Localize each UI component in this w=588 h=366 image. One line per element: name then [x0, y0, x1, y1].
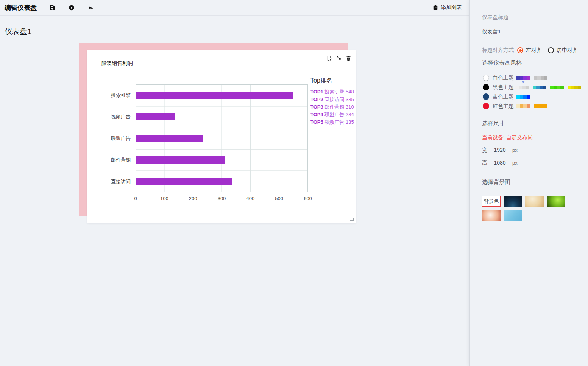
- theme-swatches: [516, 76, 547, 80]
- swatch-segment: [526, 86, 529, 89]
- x-tick-label: 0: [134, 196, 137, 201]
- theme-swatch[interactable]: [534, 104, 547, 108]
- legend-rank: TOP4: [310, 112, 323, 117]
- style-section-title: 选择仪表盘风格: [482, 59, 581, 67]
- swatch-segment: [534, 76, 537, 80]
- align-option[interactable]: 左对齐: [517, 47, 542, 54]
- x-tick-label: 200: [189, 196, 197, 201]
- theme-circle[interactable]: [483, 84, 489, 90]
- width-label: 宽: [482, 147, 488, 154]
- bar[interactable]: [136, 135, 203, 142]
- radio-icon[interactable]: [548, 47, 554, 53]
- bg-thumb-night-sky[interactable]: [504, 196, 522, 207]
- swatch-segment: [520, 76, 523, 80]
- swatch-segment: [520, 95, 523, 99]
- bg-thumb-orange-polygon[interactable]: [482, 210, 501, 221]
- theme-name: 黑色主题: [493, 84, 515, 91]
- chart-card[interactable]: 服装销售利润 搜索引擎视频广告联盟广告邮件营销直接访问 010020030040…: [87, 50, 356, 223]
- resize-chart-button[interactable]: [336, 55, 342, 61]
- width-unit: px: [512, 147, 518, 153]
- align-option-label: 居中对齐: [557, 47, 578, 54]
- app: 编辑仪表盘 添加图表 仪表盘1 服装销售利润: [0, 0, 588, 366]
- undo-button[interactable]: [88, 5, 94, 11]
- chart-card-actions: [326, 55, 351, 61]
- swatch-segment: [543, 86, 546, 89]
- swatch-segment: [571, 86, 574, 89]
- height-label: 高: [482, 160, 488, 167]
- theme-name: 白色主题: [493, 75, 516, 81]
- swatch-segment: [537, 104, 541, 108]
- add-chart-button[interactable]: 添加图表: [433, 4, 462, 11]
- align-option[interactable]: 居中对齐: [548, 47, 578, 54]
- swatch-segment: [534, 104, 537, 108]
- legend-item[interactable]: TOP1 搜索引擎 548: [310, 88, 355, 96]
- swatch-segment: [557, 86, 560, 89]
- legend-item[interactable]: TOP2 直接访问 335: [310, 96, 355, 103]
- bar-row: [136, 128, 307, 149]
- theme-swatch[interactable]: [534, 76, 547, 80]
- bg-thumb-blue-gradient[interactable]: [504, 210, 522, 221]
- legend-rank: TOP3: [310, 104, 323, 110]
- toolbar: 编辑仪表盘 添加图表: [0, 0, 469, 16]
- legend-rank: TOP1: [310, 89, 323, 95]
- swatch-segment: [523, 104, 527, 108]
- swatch-segment: [550, 86, 554, 89]
- preview-button[interactable]: [69, 5, 75, 11]
- bg-thumb-green-foliage[interactable]: [547, 196, 565, 207]
- swatch-segment: [519, 86, 522, 89]
- theme-swatch[interactable]: [515, 86, 529, 89]
- theme-list: 白色主题黑色主题蓝色主题红色主题: [482, 75, 581, 109]
- swatch-segment: [527, 104, 530, 108]
- theme-circle[interactable]: [483, 103, 489, 109]
- theme-swatch[interactable]: [568, 86, 581, 89]
- swatch-segment: [523, 76, 527, 80]
- theme-swatch[interactable]: [516, 95, 530, 99]
- y-axis-label: 直接访问: [95, 171, 131, 192]
- theme-row[interactable]: 黑色主题: [482, 84, 581, 90]
- bar[interactable]: [136, 178, 232, 185]
- theme-circle[interactable]: [483, 93, 489, 100]
- legend-item[interactable]: TOP4 联盟广告 234: [310, 111, 355, 118]
- theme-row[interactable]: 白色主题: [482, 75, 581, 81]
- resize-icon: [336, 55, 342, 61]
- theme-swatch[interactable]: [550, 86, 564, 89]
- swatch-segment: [536, 86, 540, 89]
- legend-name: 搜索引擎 548: [323, 89, 354, 95]
- align-option-label: 左对齐: [526, 47, 542, 54]
- swatch-segment: [515, 86, 519, 89]
- bar[interactable]: [136, 156, 225, 164]
- height-input[interactable]: [490, 159, 510, 167]
- bg-color-button-label: 背景色: [484, 198, 499, 205]
- theme-name: 蓝色主题: [493, 93, 516, 100]
- edit-chart-button[interactable]: [326, 55, 332, 61]
- theme-swatches: [516, 104, 547, 108]
- bar[interactable]: [136, 113, 175, 120]
- main-canvas-area: 仪表盘1 服装销售利润 搜索引擎视频广告联盟广告邮件营销直接访问 0100200…: [0, 16, 469, 366]
- theme-circle[interactable]: [483, 75, 489, 81]
- swatch-segment: [544, 76, 547, 80]
- legend-item[interactable]: TOP3 邮件营销 310: [310, 103, 355, 111]
- add-chart-label: 添加图表: [441, 4, 462, 11]
- delete-chart-button[interactable]: [345, 55, 351, 61]
- theme-swatch[interactable]: [533, 86, 546, 89]
- dashboard-title-input[interactable]: [482, 27, 568, 37]
- dashboard-title-label: 仪表盘标题: [482, 14, 581, 21]
- theme-swatch[interactable]: [516, 76, 530, 80]
- bg-thumb-warm-texture[interactable]: [525, 196, 544, 207]
- legend-item[interactable]: TOP5 视频广告 135: [310, 118, 355, 126]
- card-resize-handle[interactable]: [350, 218, 354, 221]
- theme-swatch[interactable]: [516, 104, 530, 108]
- theme-row[interactable]: 蓝色主题: [482, 93, 581, 100]
- width-input[interactable]: [490, 146, 510, 154]
- radio-icon[interactable]: [517, 47, 523, 53]
- y-axis-label: 视频广告: [95, 106, 131, 128]
- x-tick-label: 500: [275, 196, 283, 201]
- swatch-segment: [516, 76, 520, 80]
- x-tick-label: 400: [246, 196, 254, 201]
- theme-row[interactable]: 红色主题: [482, 103, 581, 109]
- swatch-segment: [541, 76, 544, 80]
- bg-color-button[interactable]: 背景色: [482, 196, 501, 207]
- bar[interactable]: [136, 92, 293, 99]
- save-button[interactable]: [49, 5, 55, 11]
- legend-rank: TOP5: [310, 119, 323, 125]
